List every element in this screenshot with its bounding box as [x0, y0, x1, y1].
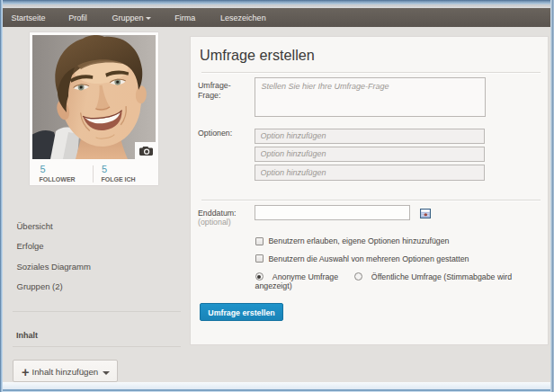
frame-border-bottom: [0, 382, 554, 392]
checkbox-allow-own-options[interactable]: [255, 237, 264, 245]
following-count[interactable]: 5: [102, 165, 107, 174]
end-date-hint: (optional): [198, 218, 231, 227]
nav-item-startseite[interactable]: Startseite: [12, 8, 46, 27]
nav-item-firma[interactable]: Firma: [174, 8, 195, 27]
nav-item-profil[interactable]: Profil: [68, 8, 87, 27]
frame-border-left: [0, 0, 3, 392]
profile-photo: [32, 35, 156, 159]
checkbox-allow-own-options-label[interactable]: Benutzern erlauben, eigene Optionen hinz…: [269, 236, 450, 245]
create-poll-panel: Umfrage erstellen Umfrage-Frage: Optione…: [190, 36, 549, 345]
poll-option-input-3[interactable]: [255, 165, 486, 181]
frame-border-right: [550, 0, 554, 392]
change-photo-button[interactable]: [135, 142, 157, 159]
page-title: Umfrage erstellen: [200, 47, 315, 64]
add-content-label: Inhalt hinzufügen: [31, 367, 98, 377]
sidebar-divider: [13, 346, 181, 347]
poll-question-input[interactable]: [255, 77, 487, 117]
sidebar-item-erfolge[interactable]: Erfolge: [17, 242, 44, 251]
sidebar-item-gruppen[interactable]: Gruppen (2): [17, 282, 63, 291]
following-label[interactable]: FOLGE ICH: [102, 176, 136, 183]
radio-public-poll-label-line2[interactable]: angezeigt): [255, 281, 292, 290]
nav-item-lesezeichen[interactable]: Lesezeichen: [220, 8, 266, 27]
sidebar-section-inhalt: Inhalt: [16, 332, 38, 340]
radio-anonymous-poll-label[interactable]: Anonyme Umfrage: [273, 272, 338, 281]
sidebar-item-soziales-diagramm[interactable]: Soziales Diagramm: [17, 263, 91, 272]
sidebar-divider: [13, 311, 181, 312]
radio-public-poll-label[interactable]: Öffentliche Umfrage (Stimmabgabe wird: [371, 272, 512, 281]
frame-silver-strip: [0, 4, 554, 8]
profile-photo-card: 5 FOLLOWER 5 FOLGE ICH: [30, 32, 158, 185]
end-date-input[interactable]: [255, 205, 411, 220]
page: Startseite Profil Gruppen Firma Lesezeic…: [3, 8, 550, 382]
screenshot-frame: Startseite Profil Gruppen Firma Lesezeic…: [0, 0, 554, 392]
radio-public-poll[interactable]: [354, 272, 362, 281]
stats-divider: [93, 165, 94, 183]
nav-item-gruppen[interactable]: Gruppen: [112, 8, 152, 27]
follower-label[interactable]: FOLLOWER: [40, 176, 76, 183]
create-poll-button[interactable]: Umfrage erstellen: [200, 303, 283, 321]
frame-bottom-strip: [0, 382, 554, 389]
follower-count[interactable]: 5: [40, 165, 45, 174]
poll-option-input-2[interactable]: [255, 147, 486, 162]
poll-option-input-1[interactable]: [255, 129, 486, 144]
profile-stats: 5 FOLLOWER 5 FOLGE ICH: [30, 159, 158, 185]
profile-photo-image: [32, 35, 156, 159]
checkbox-multiple-options[interactable]: [255, 254, 264, 263]
top-navigation: Startseite Profil Gruppen Firma Lesezeic…: [3, 8, 550, 27]
question-label: Umfrage-Frage:: [198, 81, 252, 101]
divider: [201, 72, 541, 74]
options-label: Optionen:: [198, 129, 252, 138]
calendar-icon[interactable]: [420, 206, 431, 216]
radio-anonymous-poll[interactable]: [255, 272, 264, 281]
nav-item-gruppen-label: Gruppen: [112, 13, 144, 22]
camera-icon: [139, 147, 153, 156]
sidebar-item-uebersicht[interactable]: Übersicht: [17, 222, 53, 231]
add-content-button[interactable]: +Inhalt hinzufügen: [13, 360, 118, 382]
divider: [201, 200, 541, 201]
plus-icon: +: [22, 365, 29, 379]
chevron-down-icon: [103, 371, 110, 375]
calendar-icon-glyph: [420, 209, 431, 218]
chevron-down-icon: [146, 17, 151, 20]
checkbox-multiple-options-label[interactable]: Benutzern die Auswahl von mehreren Optio…: [269, 254, 469, 263]
